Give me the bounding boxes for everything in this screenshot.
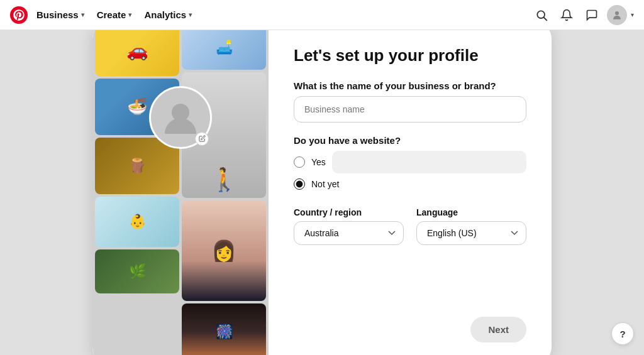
form-title: Let's set up your profile — [294, 46, 526, 65]
avatar-person-icon — [162, 99, 199, 136]
language-group: Language English (US) English (UK) Spani… — [416, 207, 526, 245]
pencil-icon — [199, 135, 206, 142]
nav-business[interactable]: Business ▾ — [30, 7, 91, 23]
messages-button[interactable] — [580, 4, 603, 26]
website-yes-radio[interactable] — [294, 156, 305, 168]
not-yet-label: Not yet — [311, 179, 339, 189]
country-group: Country / region Australia United States… — [294, 207, 404, 245]
notifications-button[interactable] — [555, 4, 578, 26]
person-icon — [611, 9, 623, 21]
collage-col-1: 🚗 🍜 🪵 👶 🌿 — [95, 26, 179, 356]
message-icon — [586, 9, 598, 21]
collage-image-wood: 🪵 — [95, 138, 179, 194]
country-label: Country / region — [294, 207, 404, 217]
svg-line-2 — [544, 17, 547, 20]
collage-grid: 🚗 🍜 🪵 👶 🌿 🛋️ 🚶 👩 🎆 — [92, 23, 269, 356]
collage-image-car: 🚗 — [95, 26, 179, 76]
business-name-label: What is the name of your business or bra… — [294, 80, 526, 91]
not-yet-radio-row: Not yet — [294, 178, 526, 190]
language-label: Language — [416, 207, 526, 217]
user-avatar-button[interactable] — [607, 5, 627, 25]
yes-radio-row: Yes — [294, 151, 526, 173]
navbar-icons: ▾ — [530, 4, 634, 26]
website-notyet-radio[interactable] — [294, 178, 305, 190]
nav-analytics[interactable]: Analytics ▾ — [138, 7, 198, 23]
website-label: Do you have a website? — [294, 135, 526, 146]
website-url-input[interactable] — [332, 151, 526, 173]
form-footer: Next — [294, 317, 526, 342]
collage-image-woman: 👩 — [182, 200, 266, 301]
profile-avatar-overlay — [149, 86, 212, 149]
profile-setup-modal: 🚗 🍜 🪵 👶 🌿 🛋️ 🚶 👩 🎆 — [92, 23, 552, 356]
svg-point-3 — [615, 11, 619, 15]
business-name-input[interactable] — [294, 96, 526, 123]
collage-image-child: 👶 — [95, 197, 179, 247]
avatar-edit-button[interactable] — [195, 132, 209, 146]
create-chevron-icon: ▾ — [128, 11, 131, 18]
next-button[interactable]: Next — [470, 317, 526, 342]
collage-image-lights: 🎆 — [182, 303, 266, 356]
yes-label: Yes — [311, 157, 326, 167]
help-button[interactable]: ? — [611, 322, 634, 345]
nav-create[interactable]: Create ▾ — [91, 7, 138, 23]
business-chevron-icon: ▾ — [81, 11, 84, 18]
pinterest-logo[interactable] — [10, 6, 28, 24]
selects-row: Country / region Australia United States… — [294, 207, 526, 245]
account-chevron-icon: ▾ — [631, 11, 634, 18]
collage-panel: 🚗 🍜 🪵 👶 🌿 🛋️ 🚶 👩 🎆 — [92, 23, 269, 356]
search-button[interactable] — [530, 4, 553, 26]
website-section: Do you have a website? Yes Not yet — [294, 135, 526, 195]
main-area: 🚗 🍜 🪵 👶 🌿 🛋️ 🚶 👩 🎆 — [0, 30, 644, 355]
collage-image-sofa: 🛋️ — [182, 26, 266, 70]
language-select[interactable]: English (US) English (UK) Spanish French… — [416, 221, 526, 245]
collage-col-2: 🛋️ 🚶 👩 🎆 — [182, 26, 266, 356]
search-icon — [535, 9, 548, 21]
country-select[interactable]: Australia United States United Kingdom C… — [294, 221, 404, 245]
collage-image-herbs: 🌿 — [95, 249, 179, 293]
analytics-chevron-icon: ▾ — [189, 11, 192, 18]
bell-icon — [560, 9, 573, 21]
form-panel: Let's set up your profile What is the na… — [269, 23, 552, 356]
navbar: Business ▾ Create ▾ Analytics ▾ — [0, 0, 644, 30]
svg-point-0 — [10, 6, 28, 24]
